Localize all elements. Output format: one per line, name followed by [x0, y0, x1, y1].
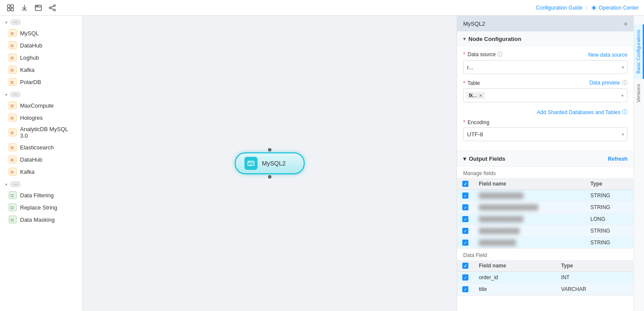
encoding-select[interactable]: UTF-8 [463, 127, 627, 141]
data-source-label: * Data source ⓘ [463, 51, 502, 58]
svg-point-8 [49, 7, 51, 9]
data-select-all-checkbox[interactable]: ✓ [462, 263, 468, 269]
sidebar-item-mysql[interactable]: ⊞ MySQL [0, 27, 82, 39]
row3-checkbox[interactable]: ✓ [462, 216, 468, 222]
node-config-section: ▾ Node Configuration * Data source ⓘ New… [457, 31, 634, 151]
toolbar-divider: | [586, 5, 587, 11]
svg-text:⊞: ⊞ [10, 131, 14, 135]
output-fields-header[interactable]: ▾ Output Fields Refresh [457, 151, 634, 167]
table-tag-select[interactable]: tk... ✕ ▾ [463, 88, 627, 102]
sidebar-group-2: ▾ ··· ⊞ MaxCompute ⊞ Hologres ⊞ Analytic… [0, 88, 82, 178]
layout-icon[interactable] [5, 3, 16, 13]
table-select-arrow: ▾ [621, 93, 624, 98]
svg-text:⊞: ⊞ [10, 158, 14, 162]
row4-check-cell: ✓ [457, 225, 474, 237]
code-icon[interactable] [33, 3, 44, 13]
table-actions: Data preview ⓘ [590, 79, 627, 87]
row5-check-cell: ✓ [457, 237, 474, 249]
svg-rect-0 [7, 5, 10, 7]
row1-checkbox[interactable]: ✓ [462, 193, 468, 199]
sidebar-group-3-header[interactable]: ▾ ··· [0, 178, 82, 189]
data-preview-link[interactable]: Data preview [590, 80, 620, 86]
data-source-select[interactable]: r... [463, 60, 627, 74]
row5-name: ██████████ [479, 240, 516, 246]
maxcompute-icon: ⊞ [9, 101, 17, 109]
data-source-select-wrapper: r... ▾ [463, 60, 627, 74]
sidebar-item-loghub-label: Loghub [20, 54, 39, 61]
replace-string-icon: ⊡ [9, 203, 17, 211]
row5-checkbox[interactable]: ✓ [462, 240, 468, 246]
node-config-content: * Data source ⓘ New data source r... ▾ [457, 47, 634, 151]
row1-name-cell: ████████████ [474, 190, 585, 202]
node-config-label: Node Configuration [468, 36, 521, 42]
group1-pill: ··· [10, 19, 21, 25]
table-row: ✓ ████████████ LONG [457, 213, 634, 225]
sidebar-item-polardb[interactable]: ⊞ PolarDB [0, 76, 82, 88]
data-preview-help[interactable]: ⓘ [622, 80, 627, 86]
sidebar-item-data-filtering[interactable]: ⊡ Data Filtering [0, 189, 82, 201]
row4-name-cell: ███████████ [474, 225, 585, 237]
table-row: ✓ ███████████ STRING [457, 225, 634, 237]
col-type-header: Type [585, 178, 634, 190]
add-sharded-link[interactable]: Add Sharded Databases and Tables ⓘ [463, 108, 627, 119]
operation-center-label: Operation Center [599, 5, 639, 11]
new-data-source-link[interactable]: New data source [588, 52, 627, 58]
svg-point-30 [249, 162, 250, 162]
table-tag-close[interactable]: ✕ [479, 93, 482, 98]
output-fields-chevron: ▾ [463, 156, 466, 162]
sidebar-item-kafka-2[interactable]: ⊞ Kafka [0, 166, 82, 178]
sidebar-group-2-header[interactable]: ▾ ··· [0, 88, 82, 99]
table-row: ✓ ████████████████ STRING [457, 202, 634, 213]
sidebar-item-data-masking[interactable]: ⊡ Data Masking [0, 213, 82, 226]
row2-name-cell: ████████████████ [474, 202, 585, 213]
data-source-help[interactable]: ⓘ [497, 51, 502, 57]
svg-line-10 [51, 6, 54, 7]
export-icon[interactable] [19, 3, 30, 13]
data-row2-checkbox[interactable]: ✓ [462, 286, 468, 292]
node-config-header[interactable]: ▾ Node Configuration [457, 31, 634, 47]
share-icon[interactable] [47, 3, 58, 13]
sidebar-item-analyticdb-label: AnalyticDB MySQL 3.0 [20, 126, 77, 139]
row3-type-cell: LONG [585, 213, 634, 225]
group3-arrow: ▾ [5, 182, 7, 187]
tab-versions[interactable]: Versions [634, 79, 644, 108]
table-tag-item: tk... ✕ [466, 92, 485, 99]
sidebar-item-kafka-1[interactable]: ⊞ Kafka [0, 64, 82, 76]
sidebar-item-maxcompute[interactable]: ⊞ MaxCompute [0, 99, 82, 112]
select-all-checkbox[interactable]: ✓ [462, 181, 468, 187]
row4-checkbox[interactable]: ✓ [462, 228, 468, 234]
data-row1-checkbox[interactable]: ✓ [462, 274, 468, 281]
refresh-link[interactable]: Refresh [608, 156, 627, 162]
svg-text:⊞: ⊞ [10, 44, 14, 48]
encoding-label: * Encoding [463, 119, 489, 125]
encoding-required: * [463, 119, 465, 125]
sidebar-item-datahub-1[interactable]: ⊞ DataHub [0, 39, 82, 51]
kafka-icon: ⊞ [9, 66, 17, 74]
sidebar-item-hologres[interactable]: ⊞ Hologres [0, 112, 82, 124]
right-panel-collapse-btn[interactable]: « [624, 20, 627, 27]
row2-checkbox[interactable]: ✓ [462, 204, 468, 210]
sidebar-group-1-header[interactable]: ▾ ··· [0, 16, 82, 27]
table-required: * [463, 80, 465, 86]
sidebar-item-loghub[interactable]: ⊞ Loghub [0, 51, 82, 64]
node-mysql2[interactable]: MySQL2 [235, 152, 305, 174]
svg-text:⊞: ⊞ [10, 145, 14, 150]
sidebar-item-analyticdb[interactable]: ⊞ AnalyticDB MySQL 3.0 [0, 124, 82, 141]
sidebar-item-mysql-label: MySQL [20, 30, 39, 37]
toolbar-left [5, 3, 58, 13]
row5-name-cell: ██████████ [474, 237, 585, 249]
data-col-type-header: Type [556, 260, 634, 272]
add-sharded-help[interactable]: ⓘ [622, 108, 627, 116]
sidebar-item-replace-string[interactable]: ⊡ Replace String [0, 201, 82, 213]
table-row: ✓ ██████████ STRING [457, 237, 634, 249]
config-guide-link[interactable]: Configuration Guide [536, 5, 583, 11]
sidebar-item-elasticsearch[interactable]: ⊞ Elasticsearch [0, 141, 82, 153]
sidebar-item-datahub-2[interactable]: ⊞ DataHub [0, 153, 82, 166]
operation-center-link[interactable]: Operation Center [591, 5, 639, 11]
tab-basic-configurations[interactable]: Basic Configurations [634, 24, 644, 79]
sidebar-group-3: ▾ ··· ⊡ Data Filtering ⊡ Replace String … [0, 178, 82, 226]
sidebar-item-kafka-2-label: Kafka [20, 169, 34, 175]
manage-fields-table: ✓ Field name Type ✓ ████████████ ST [457, 178, 634, 249]
sidebar-item-hologres-label: Hologres [20, 115, 43, 121]
svg-text:⊞: ⊞ [10, 56, 14, 60]
